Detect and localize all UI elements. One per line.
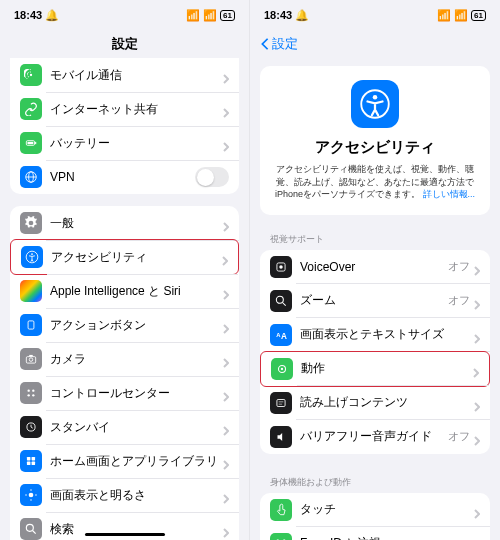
audio-description-icon — [270, 426, 292, 448]
svg-point-7 — [31, 253, 33, 255]
faceid-icon — [270, 533, 292, 540]
svg-line-27 — [33, 531, 36, 534]
row-label: タッチ — [300, 501, 474, 518]
nav-bar-right: 設定 — [250, 30, 500, 58]
standby-icon — [20, 416, 42, 438]
svg-rect-19 — [27, 462, 31, 466]
row-label: ホーム画面とアプリライブラリ — [50, 453, 223, 470]
row-touch[interactable]: タッチ — [260, 493, 490, 527]
row-action[interactable]: アクションボタン — [10, 308, 239, 342]
chevron-right-icon — [223, 524, 229, 534]
row-faceid[interactable]: Face ID と注視 — [260, 527, 490, 540]
spoken-content-icon — [270, 392, 292, 414]
row-label: 一般 — [50, 215, 223, 232]
svg-text:A: A — [281, 331, 287, 340]
row-intelligence[interactable]: Apple Intelligence と Siri — [10, 274, 239, 308]
nav-bar-left: 設定 — [0, 30, 249, 58]
hero-description: アクセシビリティ機能を使えば、視覚、動作、聴覚、読み上げ、認知など、あなたに最適… — [272, 163, 478, 201]
svg-point-13 — [32, 390, 34, 392]
row-label: Apple Intelligence と Siri — [50, 283, 223, 300]
chevron-right-icon — [474, 398, 480, 408]
settings-screen: 18:43 🔔 📶 📶 61 設定 モバイル通信 インターネット共有 — [0, 0, 250, 540]
row-label: VPN — [50, 170, 195, 184]
svg-rect-17 — [27, 457, 31, 461]
row-label: アクションボタン — [50, 317, 223, 334]
row-standby[interactable]: スタンバイ — [10, 410, 239, 444]
row-home[interactable]: ホーム画面とアプリライブラリ — [10, 444, 239, 478]
siri-icon — [20, 280, 42, 302]
svg-rect-1 — [35, 142, 36, 144]
text-size-icon: AA — [270, 324, 292, 346]
search-icon — [20, 518, 42, 540]
row-display-text[interactable]: AA 画面表示とテキストサイズ — [260, 318, 490, 352]
dnd-icon: 🔔 — [295, 9, 309, 22]
row-voiceover[interactable]: VoiceOver オフ — [260, 250, 490, 284]
row-accessibility[interactable]: アクセシビリティ — [10, 239, 239, 275]
chevron-right-icon — [474, 330, 480, 340]
row-hotspot[interactable]: インターネット共有 — [10, 92, 239, 126]
row-vpn[interactable]: VPN — [10, 160, 239, 194]
svg-point-37 — [281, 368, 283, 370]
row-label: インターネット共有 — [50, 101, 223, 118]
chevron-right-icon — [223, 490, 229, 500]
section-vision-header: 視覚サポート — [250, 223, 500, 250]
zoom-icon — [270, 290, 292, 312]
control-center-icon — [20, 382, 42, 404]
row-display[interactable]: 画面表示と明るさ — [10, 478, 239, 512]
row-general[interactable]: 一般 — [10, 206, 239, 240]
chevron-right-icon — [223, 388, 229, 398]
svg-point-14 — [28, 394, 30, 396]
accessibility-content[interactable]: アクセシビリティ アクセシビリティ機能を使えば、視覚、動作、聴覚、読み上げ、認知… — [250, 58, 500, 540]
svg-line-33 — [283, 303, 286, 306]
svg-rect-8 — [28, 321, 34, 329]
row-audio-desc[interactable]: バリアフリー音声ガイド オフ — [260, 420, 490, 454]
chevron-right-icon — [223, 138, 229, 148]
wifi-icon: 📶 — [454, 9, 468, 22]
status-time: 18:43 — [264, 9, 292, 21]
battery-icon — [20, 132, 42, 154]
back-label: 設定 — [272, 35, 298, 53]
svg-point-32 — [276, 296, 283, 303]
row-mobile[interactable]: モバイル通信 — [10, 58, 239, 92]
svg-rect-20 — [32, 462, 35, 466]
row-label: コントロールセンター — [50, 385, 223, 402]
row-label: スタンバイ — [50, 419, 223, 436]
svg-point-10 — [29, 358, 33, 362]
row-label: Face ID と注視 — [300, 535, 474, 540]
row-value: オフ — [448, 259, 470, 274]
svg-point-26 — [26, 524, 33, 531]
back-button[interactable]: 設定 — [260, 35, 298, 53]
chevron-right-icon — [474, 432, 480, 442]
row-camera[interactable]: カメラ — [10, 342, 239, 376]
status-bar: 18:43 🔔 📶 📶 61 — [0, 0, 249, 30]
status-time: 18:43 — [14, 9, 42, 21]
row-label: モバイル通信 — [50, 67, 223, 84]
chevron-right-icon — [474, 296, 480, 306]
svg-rect-11 — [29, 355, 33, 357]
status-bar: 18:43 🔔 📶 📶 61 — [250, 0, 500, 30]
svg-point-15 — [32, 394, 34, 396]
vpn-toggle[interactable] — [195, 167, 229, 187]
row-spoken[interactable]: 読み上げコンテンツ — [260, 386, 490, 420]
home-indicator[interactable] — [85, 533, 165, 536]
svg-point-31 — [279, 265, 283, 269]
settings-list[interactable]: モバイル通信 インターネット共有 バッテリー VPN 一般 — [0, 58, 249, 540]
row-value: オフ — [448, 429, 470, 444]
accessibility-hero-icon — [351, 80, 399, 128]
svg-rect-18 — [32, 457, 35, 461]
action-button-icon — [20, 314, 42, 336]
row-label: 動作 — [301, 360, 473, 377]
chevron-right-icon — [223, 320, 229, 330]
accessibility-screen: 18:43 🔔 📶 📶 61 設定 アクセシビリティ アクセシビリティ機能を使え… — [250, 0, 500, 540]
chevron-right-icon — [223, 70, 229, 80]
row-control[interactable]: コントロールセンター — [10, 376, 239, 410]
row-value: オフ — [448, 293, 470, 308]
chevron-right-icon — [223, 104, 229, 114]
chevron-right-icon — [223, 218, 229, 228]
row-label: バッテリー — [50, 135, 223, 152]
row-label: バリアフリー音声ガイド — [300, 428, 448, 445]
row-battery[interactable]: バッテリー — [10, 126, 239, 160]
learn-more-link[interactable]: 詳しい情報... — [423, 189, 476, 199]
row-motion[interactable]: 動作 — [260, 351, 490, 387]
row-zoom[interactable]: ズーム オフ — [260, 284, 490, 318]
